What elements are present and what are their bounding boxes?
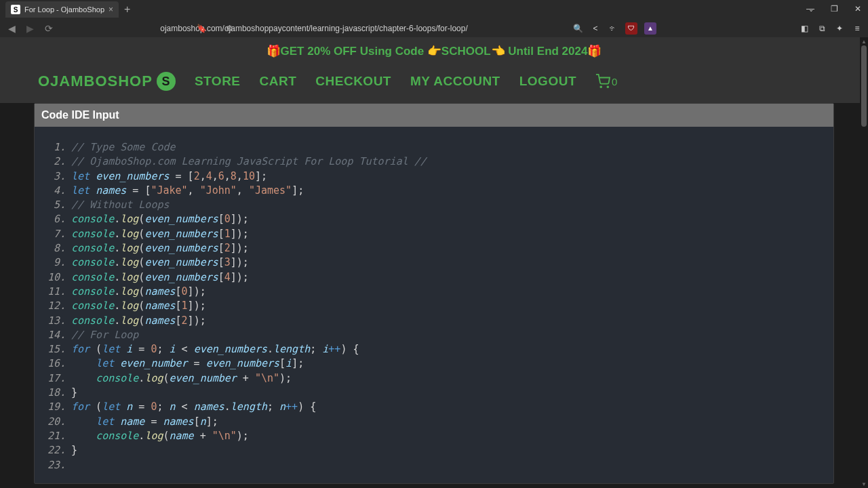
code-line: let even_numbers = [2,4,6,8,10];	[41, 169, 827, 184]
code-line: console.log(names[2]);	[41, 314, 827, 328]
code-line: console.log(even_numbers[4]);	[41, 270, 827, 285]
reload-button[interactable]: ⟳	[42, 22, 56, 35]
code-line: console.log(names[0]);	[41, 285, 827, 299]
code-line: console.log(even_numbers[3]);	[41, 256, 827, 270]
back-button[interactable]: ◀	[5, 22, 18, 35]
cart-count: 0	[612, 76, 617, 87]
extension-icon[interactable]: ▲	[644, 22, 656, 35]
code-line: let even_number = even_numbers[i];	[41, 357, 827, 371]
sidebar-icon[interactable]: ◧	[799, 23, 810, 34]
code-line: // For Loop	[41, 328, 827, 342]
code-line: let names = ["Jake", "John", "James"];	[41, 184, 827, 198]
close-window-icon[interactable]: ✕	[850, 3, 865, 15]
nav-store[interactable]: STORE	[195, 74, 241, 89]
new-tab-button[interactable]: +	[124, 3, 130, 16]
svg-point-0	[600, 86, 601, 87]
code-lines: // Type Some Code // OjamboShop.com Lear…	[41, 140, 827, 472]
nav-logout[interactable]: LOGOUT	[519, 74, 576, 89]
scroll-down-icon[interactable]: ▼	[861, 481, 867, 487]
ide-header: Code IDE Input	[35, 104, 833, 127]
logo-icon: S	[157, 72, 176, 91]
zoom-icon[interactable]: 🔍	[572, 23, 583, 34]
page-content: ▲ ▼ 🎁GET 20% OFF Using Code 👉SCHOOL👈 Unt…	[0, 37, 868, 488]
site-settings-icon[interactable]: ⚙	[226, 24, 233, 33]
cart-icon	[595, 74, 610, 89]
tab-title: For Loop - OjamboShop	[24, 5, 104, 14]
maximize-icon[interactable]: ❐	[827, 3, 842, 15]
svg-point-1	[607, 86, 608, 87]
code-line: console.log(even_numbers[1]);	[41, 227, 827, 241]
main-area: Code IDE Input // Type Some Code // Ojam…	[0, 103, 868, 484]
code-line: // OjamboShop.com Learning JavaScript Fo…	[41, 155, 827, 169]
favicon-icon: S	[11, 5, 20, 14]
minimize-icon[interactable]: —	[802, 3, 818, 15]
menu-icon[interactable]: ≡	[852, 23, 863, 34]
site-nav: OJAMBOSHOP S STORE CART CHECKOUT MY ACCO…	[0, 65, 868, 103]
brand-logo[interactable]: OJAMBOSHOP S	[38, 72, 176, 91]
ublock-extension-icon[interactable]: 🛡	[625, 22, 637, 35]
cart-widget[interactable]: 0	[595, 74, 617, 89]
address-bar[interactable]: 🔖 ⚙ ojamboshop.com/ojamboshoppaycontent/…	[61, 24, 567, 33]
browser-toolbar: ◀ ▶ ⟳ 🔖 ⚙ ojamboshop.com/ojamboshoppayco…	[0, 19, 868, 37]
window-controls: — ❐ ✕	[802, 3, 865, 15]
code-line: console.log(name + "\n");	[41, 429, 827, 443]
forward-button[interactable]: ▶	[24, 22, 37, 35]
code-line: console.log(names[1]);	[41, 299, 827, 313]
brand-text: OJAMBOSHOP	[38, 73, 153, 90]
tab-bar: S For Loop - OjamboShop × +	[0, 0, 868, 19]
banner-text: 🎁GET 20% OFF Using Code 👉SCHOOL👈 Until E…	[267, 45, 602, 58]
toolbar-right: 🔍 < ᯤ 🛡 ▲ ◧ ⧉ ✦ ≡	[572, 22, 863, 35]
scroll-up-icon[interactable]: ▲	[861, 39, 867, 44]
promo-banner: 🎁GET 20% OFF Using Code 👉SCHOOL👈 Until E…	[0, 37, 868, 65]
code-editor[interactable]: // Type Some Code // OjamboShop.com Lear…	[35, 127, 833, 483]
code-line: // Without Loops	[41, 198, 827, 212]
pip-icon[interactable]: ⧉	[816, 23, 827, 34]
code-line: }	[41, 386, 827, 400]
code-line: }	[41, 443, 827, 458]
share-icon[interactable]: <	[590, 23, 601, 34]
rss-icon[interactable]: ᯤ	[608, 23, 618, 34]
browser-tab[interactable]: S For Loop - OjamboShop ×	[5, 1, 119, 18]
scrollbar[interactable]: ▲ ▼	[860, 37, 868, 488]
code-ide-panel: Code IDE Input // Type Some Code // Ojam…	[34, 103, 834, 484]
close-tab-icon[interactable]: ×	[108, 5, 113, 14]
sparkle-icon[interactable]: ✦	[834, 23, 845, 34]
code-line: console.log(even_numbers[0]);	[41, 212, 827, 226]
code-line: console.log(even_number + "\n");	[41, 371, 827, 386]
code-line: // Type Some Code	[41, 140, 827, 155]
code-line	[41, 458, 827, 472]
browser-chrome: S For Loop - OjamboShop × + ⌄ — ❐ ✕ ◀ ▶ …	[0, 0, 868, 37]
nav-checkout[interactable]: CHECKOUT	[315, 74, 391, 89]
code-line: for (let n = 0; n < names.length; n++) {	[41, 400, 827, 414]
nav-cart[interactable]: CART	[260, 74, 297, 89]
code-line: console.log(even_numbers[2]);	[41, 241, 827, 256]
scrollbar-thumb[interactable]	[861, 45, 867, 127]
nav-account[interactable]: MY ACCOUNT	[410, 74, 500, 89]
code-line: for (let i = 0; i < even_numbers.length;…	[41, 342, 827, 357]
code-line: let name = names[n];	[41, 415, 827, 429]
bookmark-icon[interactable]: 🔖	[197, 24, 207, 33]
